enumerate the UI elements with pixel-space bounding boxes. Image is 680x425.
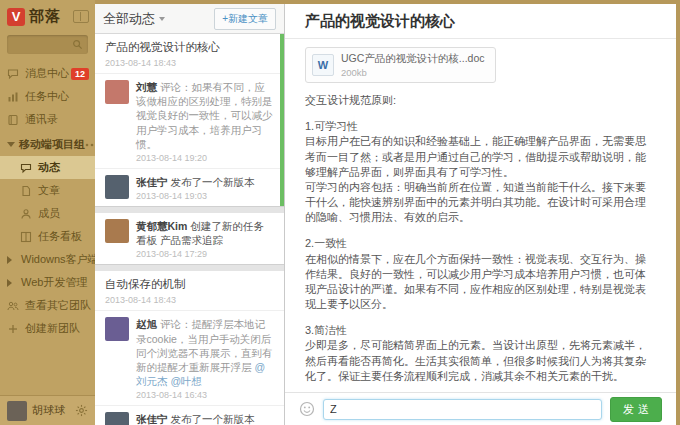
- feed-item-text: 赵旭 评论：提醒浮层本地记录cookie，当用户手动关闭后同个浏览器不再展示，直…: [136, 317, 274, 388]
- user-name: 赵旭: [136, 318, 157, 330]
- collapse-sidebar-icon[interactable]: [73, 10, 89, 23]
- feed-item[interactable]: 刘慧 评论：如果有不同，应该做相应的区别处理，特别是视觉良好的一致性，可以减少用…: [95, 73, 284, 168]
- plus-icon: [7, 323, 19, 335]
- timestamp: 2013-08-14 16:43: [136, 390, 274, 400]
- attachment-name: UGC产品的视觉设计的核...doc: [341, 52, 485, 66]
- feed-group: 自动保存的机制 2013-08-14 18:43 赵旭 评论：提: [95, 271, 284, 425]
- word-doc-icon: W: [312, 54, 334, 76]
- chevron-down-icon: [7, 142, 15, 147]
- feed-item-title: 产品的视觉设计的核心: [105, 40, 274, 55]
- user-menu[interactable]: 胡球球: [0, 395, 95, 425]
- feed-column: 全部动态 +新建文章 产品的视觉设计的核心: [95, 4, 285, 425]
- people-icon: [7, 300, 19, 312]
- avatar: [105, 219, 129, 243]
- feed-group: 黄郁慧Kim 创建了新的任务看板 产品需求追踪 2013-08-14 17:29: [95, 213, 284, 265]
- timestamp: 2013-08-14 19:20: [136, 153, 274, 163]
- sidebar-project-group-header[interactable]: 移动端项目组: [0, 131, 95, 156]
- user-name: 刘慧: [136, 81, 157, 93]
- article-section: 交互设计规范原则:: [305, 93, 656, 108]
- article-section: 3.简洁性 少即是多，尽可能精简界面上的元素。当设计出原型，先将元素减半，然后再…: [305, 323, 656, 384]
- avatar: [105, 80, 129, 104]
- user-name: 黄郁慧Kim: [136, 220, 187, 232]
- tasks-icon: [7, 91, 19, 103]
- avatar: [105, 175, 129, 199]
- attachment-chip[interactable]: W UGC产品的视觉设计的核...doc 200kb: [305, 47, 496, 83]
- gear-icon[interactable]: [75, 404, 88, 417]
- attachment-size: 200kb: [341, 67, 485, 78]
- article-column: 产品的视觉设计的核心 W UGC产品的视觉设计的核...doc 200kb 交互…: [285, 4, 676, 425]
- chevron-right-icon: [7, 279, 12, 287]
- feed-item-text: 张佳宁 发布了一个新版本: [136, 412, 274, 425]
- feed-item-title: 自动保存的机制: [105, 277, 274, 292]
- new-article-button[interactable]: +新建文章: [214, 8, 276, 30]
- feed-item[interactable]: 张佳宁 发布了一个新版本 2013-08-14 19:03: [95, 168, 284, 206]
- user-name: 张佳宁: [136, 413, 168, 425]
- article-section: 1.可学习性 目标用户在已有的知识和经验基础上，能正确理解产品界面，无需要思考而…: [305, 119, 656, 225]
- sidebar-item-tasks[interactable]: 任务中心: [0, 85, 95, 108]
- sidebar-item-task-board[interactable]: 任务看板: [0, 225, 95, 248]
- sidebar: V 部落 消息中心 12 任务中心 通讯录 移动端项目组 动态: [0, 0, 95, 425]
- article-paragraph: 目标用户在已有的知识和经验基础上，能正确理解产品界面，无需要思考而一目了然；或者…: [305, 134, 656, 180]
- feed-group: 产品的视觉设计的核心 2013-08-14 18:43 刘慧 评: [95, 34, 284, 207]
- avatar: [7, 401, 27, 421]
- feed-item-text: 黄郁慧Kim 创建了新的任务看板 产品需求追踪: [136, 219, 274, 247]
- feed-item-text: 张佳宁 发布了一个新版本: [136, 175, 274, 189]
- current-user-name: 胡球球: [32, 403, 75, 418]
- feed-filter-dropdown[interactable]: 全部动态: [103, 10, 214, 28]
- app-name: 部落: [29, 7, 73, 26]
- document-icon: [20, 185, 32, 197]
- article-paragraph: 可学习的内容包括：明确当前所在位置，知道当前能干什么。接下来要干什么，能快速辨别…: [305, 180, 656, 226]
- timestamp: 2013-08-14 18:43: [105, 58, 274, 68]
- comment-input[interactable]: [323, 399, 602, 420]
- article-paragraph: 1.可学习性: [305, 119, 656, 134]
- app-logo-icon: V: [7, 8, 25, 26]
- main-area: 全部动态 +新建文章 产品的视觉设计的核心: [95, 0, 680, 425]
- comment-composer: 发送: [285, 392, 676, 425]
- kanban-board-icon: [20, 231, 32, 243]
- search-icon: [72, 39, 83, 50]
- sidebar-item-members[interactable]: 成员: [0, 202, 95, 225]
- contacts-icon: [7, 114, 19, 126]
- sidebar-item-contacts[interactable]: 通讯录: [0, 108, 95, 131]
- feed-item[interactable]: 黄郁慧Kim 创建了新的任务看板 产品需求追踪 2013-08-14 17:29: [95, 213, 284, 264]
- article-paragraph: 3.简洁性: [305, 323, 656, 338]
- logo-row: V 部落: [0, 0, 95, 31]
- feed-item-text: 刘慧 评论：如果有不同，应该做相应的区别处理，特别是视觉良好的一致性，可以减少用…: [136, 80, 274, 151]
- sidebar-item-create-team[interactable]: 创建新团队: [0, 317, 95, 340]
- search-input[interactable]: [12, 39, 72, 50]
- sidebar-item-project-web[interactable]: Web开发管理: [0, 271, 95, 294]
- timestamp: 2013-08-14 18:43: [105, 295, 274, 305]
- user-name: 张佳宁: [136, 176, 168, 188]
- sidebar-item-messages[interactable]: 消息中心 12: [0, 62, 95, 85]
- article-paragraph: 少即是多，尽可能精简界面上的元素。当设计出原型，先将元素减半，然后再看能否再简化…: [305, 338, 656, 384]
- sidebar-item-articles[interactable]: 文章: [0, 179, 95, 202]
- timestamp: 2013-08-14 17:29: [136, 249, 274, 259]
- unread-badge: 12: [71, 68, 89, 80]
- feed-item[interactable]: 产品的视觉设计的核心 2013-08-14 18:43: [95, 34, 284, 73]
- article-section: 2.一致性 在相似的情景下，应在几个方面保持一致性：视觉表现、交互行为、操作结果…: [305, 236, 656, 312]
- chevron-right-icon: [7, 256, 12, 264]
- send-button[interactable]: 发送: [610, 397, 662, 422]
- message-icon: [7, 68, 19, 80]
- feed-item[interactable]: 张佳宁 发布了一个新版本 2013-08-14 17:43: [95, 405, 284, 425]
- article-title: 产品的视觉设计的核心: [285, 4, 676, 39]
- article-scroll-area: 产品的视觉设计的核心 W UGC产品的视觉设计的核...doc 200kb 交互…: [285, 4, 676, 392]
- sidebar-item-project-widowns[interactable]: Widowns客户端项目: [0, 248, 95, 271]
- feed-item[interactable]: 赵旭 评论：提醒浮层本地记录cookie，当用户手动关闭后同个浏览器不再展示，直…: [95, 310, 284, 405]
- sidebar-spacer: [0, 340, 95, 395]
- smiley-icon[interactable]: [299, 401, 315, 417]
- chevron-down-icon: [159, 17, 165, 21]
- search-box[interactable]: [7, 35, 88, 54]
- feed-item[interactable]: 自动保存的机制 2013-08-14 18:43: [95, 271, 284, 310]
- feed-header: 全部动态 +新建文章: [95, 4, 284, 34]
- activity-bubble-icon: [20, 162, 32, 174]
- sidebar-item-activity[interactable]: 动态: [0, 156, 95, 179]
- app-window: V 部落 消息中心 12 任务中心 通讯录 移动端项目组 动态: [0, 0, 680, 425]
- avatar: [105, 317, 129, 341]
- article-paragraph: 在相似的情景下，应在几个方面保持一致性：视觉表现、交互行为、操作结果。良好的一致…: [305, 252, 656, 313]
- person-icon: [20, 208, 32, 220]
- sidebar-item-other-teams[interactable]: 查看其它团队: [0, 294, 95, 317]
- article-paragraph: 交互设计规范原则:: [305, 93, 656, 108]
- article-body: 交互设计规范原则: 1.可学习性 目标用户在已有的知识和经验基础上，能正确理解产…: [285, 87, 676, 392]
- feed-list: 产品的视觉设计的核心 2013-08-14 18:43 刘慧 评: [95, 34, 284, 425]
